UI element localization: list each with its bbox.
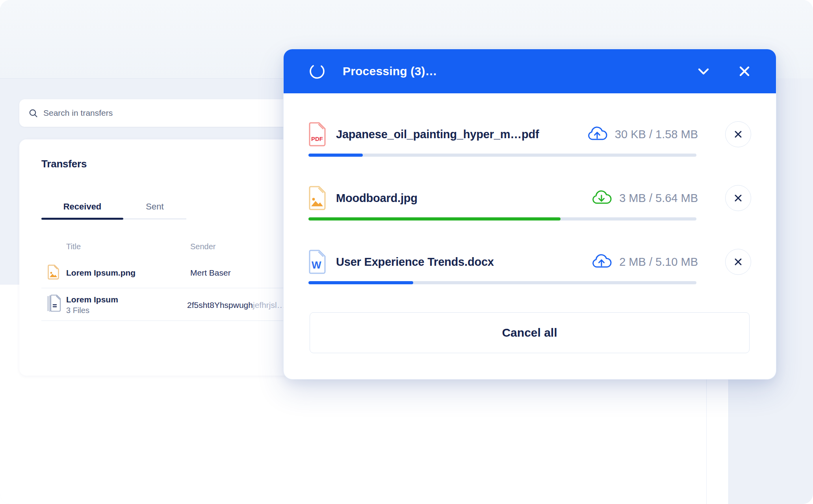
tab-received[interactable]: Received xyxy=(41,195,123,219)
tab-bar: Received Sent xyxy=(41,195,186,219)
close-icon xyxy=(736,63,753,80)
image-file-icon xyxy=(48,265,59,281)
cancel-file-button[interactable] xyxy=(725,249,751,275)
search-input[interactable]: Search in transfers xyxy=(19,99,311,127)
table-row-sender: Mert Baser xyxy=(190,268,231,278)
file-name: User Experience Trends.docx xyxy=(336,256,591,269)
minimize-chevron-button[interactable] xyxy=(695,63,712,80)
svg-text:W: W xyxy=(312,259,321,271)
column-header-title: Title xyxy=(66,242,81,251)
progress-bar xyxy=(308,281,696,284)
processing-modal: Processing (3)… PDF xyxy=(284,49,776,379)
progress-fill xyxy=(308,154,363,157)
search-icon xyxy=(28,108,38,118)
close-icon xyxy=(733,130,743,139)
cloud-upload-icon xyxy=(587,126,608,143)
transfer-file-row: Moodboard.jpg 3 MB / 5.64 MB xyxy=(308,185,751,223)
table-row-title[interactable]: Lorem Ipsum.png xyxy=(66,268,136,278)
spinner-icon xyxy=(309,63,325,80)
progress-fill xyxy=(308,281,413,284)
app-window: Search in transfers Transfers Received S… xyxy=(0,0,813,504)
tab-sent[interactable]: Sent xyxy=(123,195,186,219)
file-name: Moodboard.jpg xyxy=(336,192,591,205)
cloud-download-icon xyxy=(591,190,612,206)
search-placeholder: Search in transfers xyxy=(43,108,113,118)
table-row-sender: 2f5sht8Yhspwughjefhrjsl… xyxy=(187,300,285,310)
page-top-divider xyxy=(0,78,284,79)
progress-fill xyxy=(308,217,561,220)
pdf-file-icon: PDF xyxy=(308,122,326,146)
progress-bar xyxy=(308,217,696,220)
modal-close-button[interactable] xyxy=(736,63,753,80)
modal-title: Processing (3)… xyxy=(343,49,437,93)
transfer-file-row: W User Experience Trends.docx 2 MB / 5.1… xyxy=(308,249,751,287)
page-title: Transfers xyxy=(41,158,87,170)
cancel-file-button[interactable] xyxy=(725,121,751,147)
multi-file-icon xyxy=(47,295,61,314)
column-header-sender: Sender xyxy=(190,242,216,251)
close-icon xyxy=(733,193,743,203)
word-file-icon: W xyxy=(308,250,326,274)
cancel-file-button[interactable] xyxy=(725,185,751,211)
file-size-progress: 2 MB / 5.10 MB xyxy=(619,256,698,269)
modal-header: Processing (3)… xyxy=(284,49,776,93)
transfer-file-row: PDF Japanese_oil_painting_hyper_m…pdf 30… xyxy=(308,121,751,159)
progress-bar xyxy=(308,154,696,157)
file-size-progress: 3 MB / 5.64 MB xyxy=(619,192,698,205)
image-file-icon xyxy=(308,186,326,210)
table-row-title[interactable]: Lorem Ipsum xyxy=(66,295,118,304)
cancel-all-button[interactable]: Cancel all xyxy=(310,312,750,353)
table-row-subtitle: 3 Files xyxy=(66,306,89,315)
file-name: Japanese_oil_painting_hyper_m…pdf xyxy=(336,128,587,141)
file-size-progress: 30 KB / 1.58 MB xyxy=(615,128,698,141)
svg-text:PDF: PDF xyxy=(311,135,323,142)
cloud-upload-icon xyxy=(591,254,612,270)
chevron-down-icon xyxy=(695,63,712,80)
close-icon xyxy=(733,257,743,267)
